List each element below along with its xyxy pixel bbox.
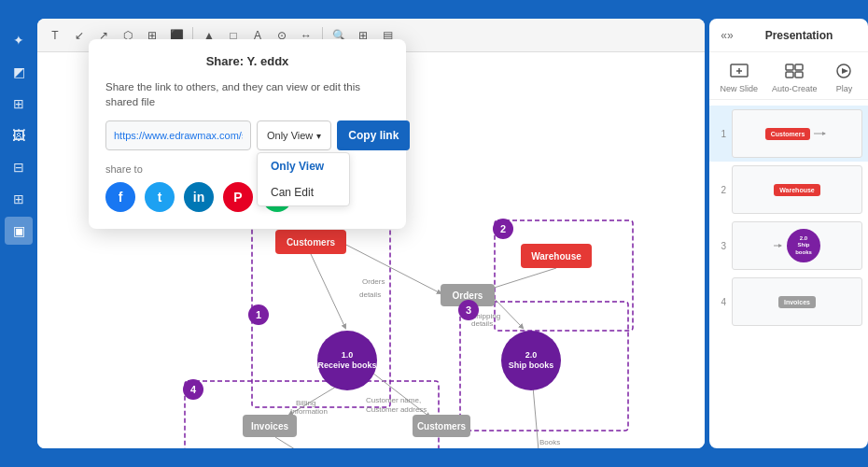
- left-sidebar-cursor-icon[interactable]: ✦: [5, 26, 33, 54]
- slide-number-3: 3: [715, 241, 726, 251]
- left-sidebar-grid-icon[interactable]: ⊞: [5, 90, 33, 118]
- slide-item-3[interactable]: 3 2.0Ship books: [709, 218, 868, 274]
- right-panel: «» Presentation New Slide Auto-Create Pl…: [709, 19, 868, 448]
- copy-link-button[interactable]: Copy link: [337, 120, 410, 150]
- new-slide-icon: [726, 60, 752, 82]
- auto-create-icon: [781, 60, 807, 82]
- share-view-dropdown-menu: Only View Can Edit: [257, 152, 350, 206]
- box-number-1: 1: [248, 304, 269, 325]
- slide-thumb-4: Invoices: [732, 277, 862, 326]
- node-receive-books[interactable]: 1.0Receive books: [317, 331, 377, 390]
- slide-item-2[interactable]: 2 Warehouse: [709, 162, 868, 218]
- new-slide-label: New Slide: [720, 84, 758, 93]
- svg-text:Billing: Billing: [317, 447, 337, 448]
- svg-rect-29: [795, 72, 803, 78]
- share-view-dropdown-button[interactable]: Only View: [257, 120, 331, 150]
- slide-thumb-3: 2.0Ship books: [732, 221, 862, 270]
- share-link-input[interactable]: [105, 120, 251, 150]
- node-customers-2[interactable]: Customers: [413, 415, 470, 437]
- svg-line-5: [341, 242, 441, 293]
- share-dialog-description: Share the link to others, and they can v…: [105, 79, 389, 109]
- slide-number-2: 2: [715, 185, 726, 195]
- svg-text:Orders: Orders: [362, 277, 385, 286]
- svg-rect-3: [185, 381, 439, 448]
- svg-text:details: details: [471, 319, 493, 328]
- svg-text:Information: Information: [290, 407, 328, 416]
- node-customers-1[interactable]: Customers: [275, 230, 346, 254]
- svg-rect-27: [795, 64, 803, 70]
- svg-rect-28: [786, 72, 793, 78]
- left-sidebar-shape-icon[interactable]: ◩: [5, 58, 33, 86]
- slide-thumb-1: Customers: [732, 109, 862, 158]
- auto-create-button[interactable]: Auto-Create: [772, 60, 818, 93]
- svg-rect-1: [495, 220, 633, 331]
- svg-line-11: [275, 437, 317, 448]
- share-link-row: Only View Only View Can Edit Copy link: [105, 120, 389, 150]
- slide3-ship-node: 2.0Ship books: [787, 229, 820, 262]
- svg-line-8: [289, 387, 336, 415]
- share-view-select: Only View Only View Can Edit: [257, 120, 331, 150]
- node-warehouse[interactable]: Warehouse: [521, 244, 592, 268]
- new-slide-button[interactable]: New Slide: [720, 60, 758, 93]
- share-dialog-title: Share: Y. eddx: [105, 54, 389, 68]
- svg-line-9: [369, 370, 429, 417]
- play-icon: [831, 60, 857, 82]
- play-button[interactable]: Play: [831, 60, 857, 93]
- social-twitter-icon[interactable]: t: [145, 182, 175, 212]
- slide-number-1: 1: [715, 129, 726, 139]
- svg-line-4: [311, 254, 345, 328]
- social-linkedin-icon[interactable]: in: [184, 182, 214, 212]
- svg-text:Billing: Billing: [296, 399, 315, 407]
- auto-create-label: Auto-Create: [772, 84, 818, 93]
- dropdown-only-view[interactable]: Only View: [258, 153, 349, 179]
- left-sidebar-expand-icon[interactable]: ⊞: [5, 185, 33, 213]
- left-sidebar-image-icon[interactable]: 🖼: [5, 121, 33, 149]
- panel-title: Presentation: [737, 29, 861, 42]
- slide-item-4[interactable]: 4 Invoices: [709, 274, 868, 330]
- node-invoices[interactable]: Invoices: [243, 415, 297, 437]
- panel-expand-icon[interactable]: «»: [717, 25, 737, 46]
- svg-text:details: details: [359, 290, 381, 299]
- slide-thumb-2: Warehouse: [732, 165, 862, 214]
- social-pinterest-icon[interactable]: P: [223, 182, 253, 212]
- svg-text:Customer address: Customer address: [366, 405, 427, 414]
- right-panel-header: «» Presentation: [709, 19, 868, 52]
- toolbar-text-icon[interactable]: T: [45, 25, 65, 46]
- play-label: Play: [836, 84, 853, 93]
- share-dialog: Share: Y. eddx Share the link to others,…: [89, 39, 406, 229]
- social-facebook-icon[interactable]: f: [105, 182, 135, 212]
- slide-number-4: 4: [715, 297, 726, 307]
- toolbar-arrow1-icon[interactable]: ↙: [69, 25, 90, 46]
- svg-rect-26: [786, 64, 793, 70]
- panel-toolbar: New Slide Auto-Create Play: [709, 52, 868, 100]
- main-diagram-area: T ↙ ↗ ⬡ ⊞ ⬛ ▲ □ A ⊙ ↔ 🔍 ⊞ ▤: [37, 19, 705, 448]
- slide4-invoices-node: Invoices: [778, 296, 816, 308]
- node-ship-books[interactable]: 2.0Ship books: [501, 331, 561, 390]
- slide-item-1[interactable]: 1 Customers: [709, 106, 868, 162]
- left-sidebar: ✦ ◩ ⊞ 🖼 ⊟ ⊞ ▣: [0, 19, 37, 448]
- svg-line-10: [533, 387, 541, 448]
- svg-marker-31: [842, 68, 848, 74]
- svg-line-7: [485, 268, 556, 290]
- slide-list: 1 Customers 2 Warehouse 3 2.0Ship books: [709, 100, 868, 448]
- slide1-customers-node: Customers: [765, 128, 811, 140]
- svg-text:Customer name,: Customer name,: [366, 396, 421, 404]
- dropdown-can-edit[interactable]: Can Edit: [258, 179, 349, 205]
- box-number-2: 2: [493, 219, 513, 239]
- box-number-3: 3: [458, 300, 479, 320]
- left-sidebar-present-icon[interactable]: ▣: [5, 217, 33, 245]
- box-number-4: 4: [183, 379, 203, 400]
- svg-text:Books: Books: [539, 438, 560, 446]
- left-sidebar-table-icon[interactable]: ⊟: [5, 153, 33, 181]
- svg-line-6: [491, 295, 523, 328]
- slide2-warehouse-node: Warehouse: [774, 184, 819, 196]
